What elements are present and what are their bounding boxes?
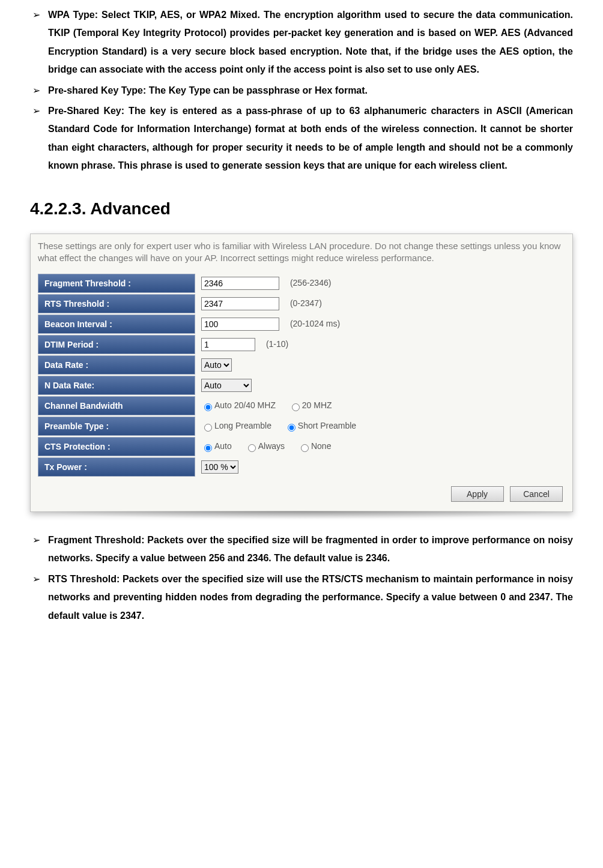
settings-panel: These settings are only for expert user … bbox=[30, 234, 573, 513]
fragment-threshold-input[interactable] bbox=[201, 277, 279, 290]
settings-table: Fragment Threshold : (256-2346) RTS Thre… bbox=[38, 273, 565, 478]
preamble-option-long[interactable]: Long Preamble bbox=[201, 421, 271, 430]
row-n-data-rate: N Data Rate: Auto bbox=[38, 376, 565, 395]
row-rts-threshold: RTS Threshold : (0-2347) bbox=[38, 294, 565, 313]
chbw-option-20[interactable]: 20 MHZ bbox=[289, 400, 332, 410]
page-root: WPA Type: Select TKIP, AES, or WPA2 Mixe… bbox=[0, 0, 603, 651]
label-data-rate: Data Rate : bbox=[38, 355, 195, 375]
chbw-label-20: 20 MHZ bbox=[302, 400, 332, 410]
list-item: Pre-Shared Key: The key is entered as a … bbox=[30, 102, 573, 175]
label-preamble-type: Preamble Type : bbox=[38, 417, 195, 436]
cts-label-always: Always bbox=[258, 441, 285, 451]
rts-threshold-hint: (0-2347) bbox=[290, 298, 322, 308]
row-channel-bandwidth: Channel Bandwidth Auto 20/40 MHZ 20 MHZ bbox=[38, 396, 565, 415]
row-dtim-period: DTIM Period : (1-10) bbox=[38, 335, 565, 354]
data-rate-select[interactable]: Auto bbox=[201, 358, 232, 372]
cts-label-none: None bbox=[311, 441, 331, 451]
beacon-interval-input[interactable] bbox=[201, 318, 279, 331]
list-item: RTS Threshold: Packets over the specifie… bbox=[30, 570, 573, 625]
rts-threshold-input[interactable] bbox=[201, 297, 279, 310]
chbw-radio-auto[interactable] bbox=[204, 403, 212, 411]
label-cts-protection: CTS Protection : bbox=[38, 437, 195, 456]
cts-option-auto[interactable]: Auto bbox=[201, 441, 232, 451]
row-cts-protection: CTS Protection : Auto Always None bbox=[38, 437, 565, 456]
fragment-threshold-hint: (256-2346) bbox=[290, 278, 332, 288]
cts-option-always[interactable]: Always bbox=[245, 441, 285, 451]
list-item: WPA Type: Select TKIP, AES, or WPA2 Mixe… bbox=[30, 6, 573, 79]
tx-power-select[interactable]: 100 % bbox=[201, 460, 238, 474]
preamble-radio-short[interactable] bbox=[288, 424, 295, 432]
button-row: Apply Cancel bbox=[38, 478, 565, 504]
panel-shadow bbox=[30, 511, 573, 519]
apply-button[interactable]: Apply bbox=[451, 486, 504, 502]
row-beacon-interval: Beacon Interval : (20-1024 ms) bbox=[38, 315, 565, 334]
label-beacon-interval: Beacon Interval : bbox=[38, 315, 195, 334]
n-data-rate-select[interactable]: Auto bbox=[201, 379, 252, 392]
label-tx-power: Tx Power : bbox=[38, 457, 195, 477]
label-rts-threshold: RTS Threshold : bbox=[38, 294, 195, 313]
dtim-period-hint: (1-10) bbox=[266, 339, 288, 349]
list-item: Pre-shared Key Type: The Key Type can be… bbox=[30, 82, 573, 100]
preamble-label-short: Short Preamble bbox=[298, 421, 356, 430]
cts-radio-none[interactable] bbox=[301, 444, 309, 452]
cancel-button[interactable]: Cancel bbox=[510, 486, 563, 502]
chbw-radio-20[interactable] bbox=[292, 403, 300, 411]
row-fragment-threshold: Fragment Threshold : (256-2346) bbox=[38, 274, 565, 293]
bottom-bullet-list: Fragment Threshold: Packets over the spe… bbox=[30, 531, 573, 625]
row-data-rate: Data Rate : Auto bbox=[38, 355, 565, 375]
label-fragment-threshold: Fragment Threshold : bbox=[38, 274, 195, 293]
dtim-period-input[interactable] bbox=[201, 338, 255, 351]
row-tx-power: Tx Power : 100 % bbox=[38, 457, 565, 477]
cts-radio-always[interactable] bbox=[248, 444, 256, 452]
cts-radio-auto[interactable] bbox=[204, 444, 212, 452]
chbw-option-auto[interactable]: Auto 20/40 MHZ bbox=[201, 400, 276, 410]
preamble-label-long: Long Preamble bbox=[214, 421, 271, 430]
row-preamble-type: Preamble Type : Long Preamble Short Prea… bbox=[38, 417, 565, 436]
list-item: Fragment Threshold: Packets over the spe… bbox=[30, 531, 573, 568]
preamble-radio-long[interactable] bbox=[204, 424, 212, 432]
beacon-interval-hint: (20-1024 ms) bbox=[290, 319, 340, 328]
cts-option-none[interactable]: None bbox=[298, 441, 331, 451]
label-dtim-period: DTIM Period : bbox=[38, 335, 195, 354]
label-n-data-rate: N Data Rate: bbox=[38, 376, 195, 395]
chbw-label-auto: Auto 20/40 MHZ bbox=[214, 400, 276, 410]
label-channel-bandwidth: Channel Bandwidth bbox=[38, 396, 195, 415]
settings-panel-wrap: These settings are only for expert user … bbox=[30, 234, 573, 520]
top-bullet-list: WPA Type: Select TKIP, AES, or WPA2 Mixe… bbox=[30, 6, 573, 175]
section-heading: 4.2.2.3. Advanced bbox=[30, 199, 573, 219]
cts-label-auto: Auto bbox=[214, 441, 232, 451]
panel-intro-text: These settings are only for expert user … bbox=[38, 240, 565, 265]
preamble-option-short[interactable]: Short Preamble bbox=[285, 421, 356, 430]
